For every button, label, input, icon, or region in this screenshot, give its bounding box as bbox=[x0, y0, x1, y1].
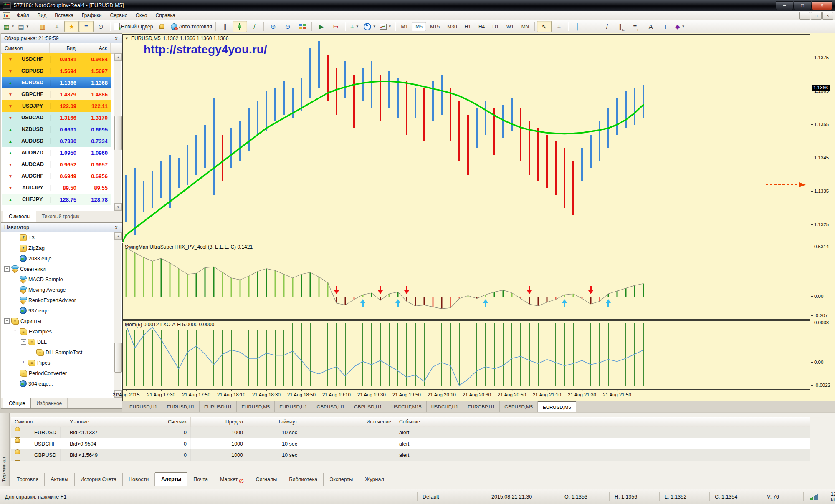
terminal-tab-алерты[interactable]: Алерты bbox=[155, 472, 187, 486]
terminal-tab-почта[interactable]: Почта bbox=[187, 473, 214, 486]
candlestick-chart-button[interactable] bbox=[233, 21, 247, 32]
new-chart-button[interactable]: ▦▼ bbox=[2, 21, 16, 32]
chart-tab-5[interactable]: GBPUSD,H1 bbox=[312, 401, 349, 412]
indicators-button[interactable]: +▼ bbox=[347, 21, 362, 32]
mdi-close-button[interactable]: × bbox=[822, 12, 833, 20]
market-watch-button[interactable]: ▥ bbox=[35, 21, 50, 32]
expand-icon[interactable]: + bbox=[21, 360, 26, 365]
market-watch-row-nzdusd[interactable]: ▲NZDUSD0.66910.6695 bbox=[2, 123, 111, 135]
timeframe-m30-button[interactable]: M30 bbox=[443, 22, 461, 31]
crosshair-button[interactable]: + bbox=[552, 21, 566, 32]
timeframe-d1-button[interactable]: D1 bbox=[488, 22, 502, 31]
tile-windows-button[interactable] bbox=[295, 21, 310, 32]
data-window-button[interactable]: + bbox=[50, 21, 64, 32]
menu-Справка[interactable]: Справка bbox=[152, 12, 180, 19]
alert-row-gbpusd[interactable]: GBPUSDBid <1.56490100010 secalert bbox=[11, 449, 810, 461]
vertical-line-button[interactable]: │ bbox=[570, 21, 585, 32]
market-watch-row-usdcad[interactable]: ▼USDCAD1.31661.3170 bbox=[2, 112, 111, 123]
timeframe-w1-button[interactable]: W1 bbox=[503, 22, 518, 31]
scrollbar-thumb[interactable] bbox=[114, 116, 122, 150]
maximize-button[interactable]: □ bbox=[794, 1, 811, 10]
indicator1-pane[interactable]: SwingMan UltraSuperTRIX_PV_4col (3, E,E,… bbox=[122, 243, 810, 320]
nav-item-macd-sample[interactable]: MACD Sample bbox=[2, 274, 115, 285]
nav-item-periodconverter[interactable]: ≡PeriodConverter bbox=[2, 368, 115, 378]
nav-item-t3[interactable]: ƒT3 bbox=[2, 232, 115, 243]
timeframe-m5-button[interactable]: M5 bbox=[412, 22, 426, 31]
scroll-up-icon[interactable]: ▲ bbox=[114, 53, 122, 61]
market-watch-row-gbpchf[interactable]: ▼GBPCHF1.48791.4886 bbox=[2, 88, 111, 100]
chevron-down-icon[interactable]: ▼ bbox=[356, 25, 359, 28]
chart-tab-1[interactable]: EURUSD,H1 bbox=[162, 401, 199, 412]
alert-bell-button[interactable] bbox=[154, 21, 169, 32]
minimize-button[interactable]: – bbox=[776, 1, 793, 10]
chevron-down-icon[interactable]: ▼ bbox=[11, 25, 15, 28]
zoom-in-button[interactable]: ⊕ bbox=[266, 21, 281, 32]
menu-Сервис[interactable]: Сервис bbox=[106, 12, 132, 19]
mdi-restore-button[interactable]: □ bbox=[811, 12, 822, 20]
new-order-button[interactable]: Новый Ордер bbox=[112, 21, 154, 32]
terminal-button[interactable]: ≡ bbox=[79, 21, 94, 32]
collapse-icon[interactable]: ▼ bbox=[125, 36, 129, 40]
horizontal-line-button[interactable]: ─ bbox=[585, 21, 600, 32]
column-Символ[interactable]: Символ bbox=[11, 417, 66, 427]
terminal-tab-торговля[interactable]: Торговля bbox=[11, 473, 45, 486]
navigator-scrollbar[interactable]: ▲ ▼ bbox=[114, 232, 121, 398]
watermark-link[interactable]: http://strategy4you.ru/ bbox=[144, 43, 267, 56]
market-watch-row-gbpusd[interactable]: ▼GBPUSD1.56941.5697 bbox=[2, 65, 111, 77]
main-chart-pane[interactable]: ▼ EURUSD,M5 1.1362 1.1366 1.1360 1.1366 … bbox=[122, 34, 810, 242]
market-watch-row-chfjpy[interactable]: ▲CHFJPY128.75128.78 bbox=[2, 194, 111, 205]
chevron-down-icon[interactable]: ▼ bbox=[373, 25, 376, 28]
cursor-button[interactable]: ↖ bbox=[537, 21, 552, 32]
chart-tab-6[interactable]: GBPUSD,H1 bbox=[349, 401, 387, 412]
menu-Файл[interactable]: Файл bbox=[13, 12, 33, 19]
indicator2-pane[interactable]: Mom(6) 0.0012 I-XO-A-H 5.0000 0.0000 bbox=[122, 320, 810, 390]
nav-item--[interactable]: −Советники bbox=[2, 264, 115, 274]
nav-item-renkoexpertadvisor[interactable]: RenkoExpertAdvisor bbox=[2, 295, 115, 305]
tab-Общие[interactable]: Общие bbox=[3, 398, 31, 408]
profiles-button[interactable]: ▤▼ bbox=[16, 21, 31, 32]
market-watch-row-audjpy[interactable]: ▼AUDJPY89.5089.55 bbox=[2, 182, 111, 194]
chart-window-icon[interactable] bbox=[3, 12, 10, 19]
chart-tab-7[interactable]: USDCHF,M15 bbox=[387, 401, 427, 412]
chart-tab-0[interactable]: EURUSD,H1 bbox=[125, 401, 162, 412]
scroll-up-icon[interactable]: ▲ bbox=[114, 232, 122, 240]
market-watch-row-usdchf[interactable]: ▼USDCHF0.94810.9484 bbox=[2, 53, 111, 65]
menu-Графики[interactable]: Графики bbox=[78, 12, 106, 19]
tab-Символы[interactable]: Символы bbox=[3, 211, 36, 222]
chart-tab-3[interactable]: EURUSD,M5 bbox=[237, 401, 275, 412]
trend-line-button[interactable]: / bbox=[600, 21, 614, 32]
zoom-out-button[interactable]: ⊖ bbox=[281, 21, 295, 32]
templates-button[interactable]: ▼ bbox=[378, 21, 393, 32]
nav-item-zigzag[interactable]: ƒZigZag bbox=[2, 243, 115, 253]
market-watch-row-eurusd[interactable]: ▲EURUSD1.13661.1368 bbox=[2, 77, 111, 88]
nav-item-dll[interactable]: −≡DLL bbox=[2, 337, 115, 347]
terminal-tab-маркет[interactable]: Маркет65 bbox=[214, 473, 250, 486]
menu-Вид[interactable]: Вид bbox=[33, 12, 51, 19]
column-ask[interactable]: Аск bbox=[79, 43, 111, 53]
chevron-down-icon[interactable]: ▼ bbox=[26, 25, 29, 28]
terminal-tab-эксперты[interactable]: Эксперты bbox=[324, 473, 359, 486]
terminal-tab-библиотека[interactable]: Библиотека bbox=[283, 473, 324, 486]
arrows-button[interactable]: ◆▼ bbox=[673, 21, 687, 32]
chart-tab-8[interactable]: USDCHF,H1 bbox=[427, 401, 463, 412]
chart-tab-10[interactable]: GBPUSD,M5 bbox=[500, 401, 538, 412]
strategy-tester-button[interactable]: ⊙ bbox=[94, 21, 108, 32]
expand-icon[interactable]: − bbox=[4, 266, 10, 272]
bar-chart-button[interactable]: ∥ bbox=[218, 21, 233, 32]
navigator-close-icon[interactable]: x bbox=[113, 224, 119, 230]
column-symbol[interactable]: Символ bbox=[1, 43, 50, 53]
scroll-down-icon[interactable]: ▼ bbox=[114, 203, 122, 211]
nav-item-2083-[interactable]: 2083 еще... bbox=[2, 253, 115, 264]
text-label-button[interactable]: T bbox=[658, 21, 673, 32]
column-Счетчик[interactable]: Счетчик bbox=[130, 417, 191, 427]
terminal-tab-новости[interactable]: Новости bbox=[123, 473, 155, 486]
market-watch-close-icon[interactable]: x bbox=[113, 35, 119, 41]
market-watch-row-audusd[interactable]: ▲AUDUSD0.73300.7334 bbox=[2, 135, 111, 147]
periods-button[interactable]: ▼ bbox=[362, 21, 378, 32]
menu-Окно[interactable]: Окно bbox=[132, 12, 152, 19]
nav-item-304-[interactable]: 304 еще... bbox=[2, 378, 115, 389]
scrollbar-thumb[interactable] bbox=[114, 343, 122, 373]
market-watch-row-audchf[interactable]: ▼AUDCHF0.69490.6956 bbox=[2, 170, 111, 182]
nav-item-pipes[interactable]: +≡Pipes bbox=[2, 358, 115, 368]
menu-Вставка[interactable]: Вставка bbox=[51, 12, 78, 19]
